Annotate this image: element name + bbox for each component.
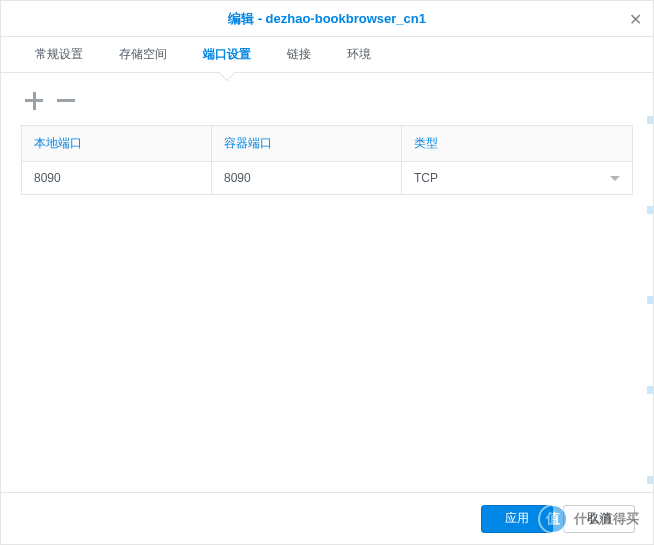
- dialog-footer: 应用 取消: [1, 492, 653, 544]
- add-button[interactable]: [25, 91, 45, 111]
- apply-button[interactable]: 应用: [481, 505, 553, 533]
- table-header: 本地端口 容器端口 类型: [22, 126, 632, 162]
- tab-environment[interactable]: 环境: [329, 37, 389, 72]
- tab-storage[interactable]: 存储空间: [101, 37, 185, 72]
- tab-bar: 常规设置 存储空间 端口设置 链接 环境: [1, 37, 653, 73]
- titlebar: 编辑 - dezhao-bookbrowser_cn1 ✕: [1, 1, 653, 37]
- cancel-button[interactable]: 取消: [563, 505, 635, 533]
- cell-type[interactable]: TCP: [402, 162, 632, 194]
- remove-button[interactable]: [57, 91, 77, 111]
- type-value: TCP: [414, 171, 438, 185]
- table-row[interactable]: 8090 8090 TCP: [22, 162, 632, 195]
- toolbar: [21, 85, 633, 125]
- col-type[interactable]: 类型: [402, 126, 632, 161]
- content-area: 本地端口 容器端口 类型 8090 8090 TCP: [1, 73, 653, 207]
- chevron-down-icon: [610, 176, 620, 181]
- close-button[interactable]: ✕: [625, 9, 645, 29]
- col-container-port[interactable]: 容器端口: [212, 126, 402, 161]
- cell-local-port[interactable]: 8090: [22, 162, 212, 194]
- window-title: 编辑 - dezhao-bookbrowser_cn1: [228, 10, 426, 28]
- tab-port-settings[interactable]: 端口设置: [185, 37, 269, 72]
- col-local-port[interactable]: 本地端口: [22, 126, 212, 161]
- tab-general[interactable]: 常规设置: [17, 37, 101, 72]
- ports-table: 本地端口 容器端口 类型 8090 8090 TCP: [21, 125, 633, 195]
- cell-container-port[interactable]: 8090: [212, 162, 402, 194]
- tab-links[interactable]: 链接: [269, 37, 329, 72]
- close-icon: ✕: [629, 10, 642, 29]
